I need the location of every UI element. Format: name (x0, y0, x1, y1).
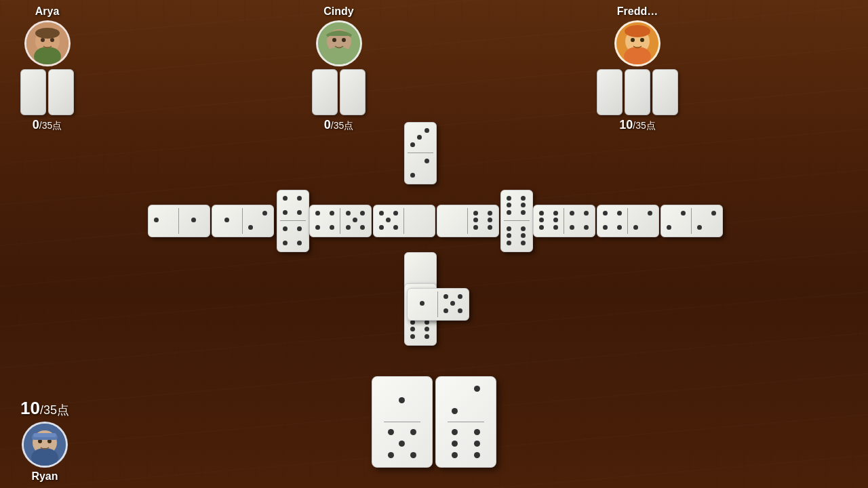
domino-bottom-h-1-5[interactable] (407, 288, 469, 321)
hand-tile (625, 69, 650, 115)
domino-top-3-2[interactable] (404, 122, 437, 184)
hand-tile (652, 69, 678, 115)
player-freddy-score: 10/35点 (619, 118, 656, 132)
svg-point-14 (631, 38, 635, 42)
player-arya: Arya 0/35点 (20, 5, 74, 132)
svg-point-10 (342, 38, 346, 42)
svg-point-16 (625, 25, 650, 37)
player-arya-hand (20, 69, 74, 115)
player-ryan-avatar (22, 422, 68, 468)
player-cindy-hand (312, 69, 366, 115)
svg-point-4 (50, 38, 54, 42)
hand-tile (340, 69, 366, 115)
player-cindy: Cindy 0/35点 (312, 5, 366, 132)
svg-point-15 (640, 38, 644, 42)
player-arya-score: 0/35点 (33, 118, 62, 132)
player-freddy-avatar (614, 20, 660, 66)
player-ryan-name: Ryan (31, 470, 58, 483)
domino-4-4-spinner[interactable] (277, 190, 309, 252)
domino-2-3[interactable] (660, 205, 723, 237)
hand-domino-2[interactable] (435, 376, 496, 468)
player-ryan-hand[interactable] (372, 376, 496, 468)
hand-tile (20, 69, 46, 115)
svg-point-3 (41, 38, 45, 42)
domino-1-3[interactable] (212, 205, 274, 237)
domino-6-4[interactable] (533, 205, 595, 237)
domino-4-2[interactable] (597, 205, 659, 237)
svg-rect-23 (33, 433, 56, 437)
hand-tile (48, 69, 74, 115)
player-ryan: 10/35点 Ryan (20, 398, 69, 483)
svg-point-9 (332, 38, 336, 42)
player-cindy-name: Cindy (323, 5, 353, 18)
domino-6-6[interactable] (500, 190, 533, 252)
player-arya-avatar (24, 20, 71, 66)
player-cindy-score: 0/35点 (324, 118, 353, 132)
player-ryan-score: 10/35点 (20, 398, 69, 419)
player-arya-name: Arya (35, 5, 60, 18)
player-freddy-hand (597, 69, 678, 115)
domino-4-5[interactable] (309, 205, 372, 237)
hand-tile (312, 69, 338, 115)
player-cindy-avatar (316, 20, 362, 66)
hand-domino-1[interactable] (372, 376, 433, 468)
svg-point-5 (35, 28, 60, 39)
domino-2-1[interactable] (148, 205, 210, 237)
domino-5-0[interactable] (373, 205, 435, 237)
player-freddy: Fredd… 10/35点 (597, 5, 678, 132)
player-freddy-name: Fredd… (617, 5, 658, 18)
hand-tile (597, 69, 623, 115)
domino-0-6[interactable] (437, 205, 499, 237)
